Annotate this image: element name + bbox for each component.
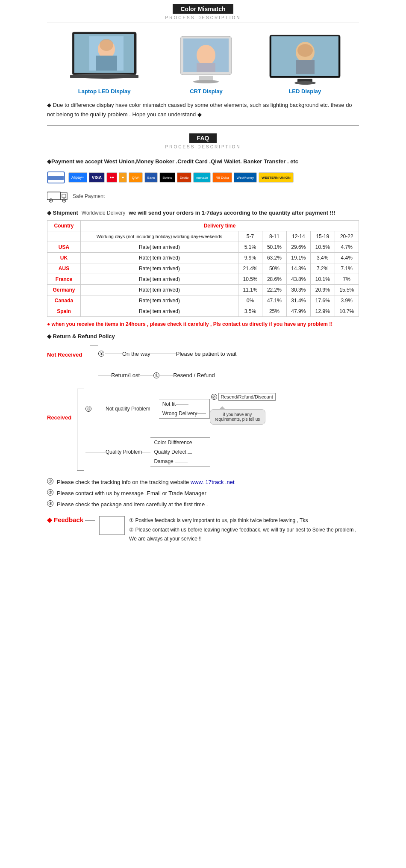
rate-label-cell: Rate(item arrived)	[81, 263, 238, 274]
not-quality-row: ③ Not quality Problem Not fit	[85, 393, 276, 425]
circle-3: ③	[85, 406, 91, 412]
sub-header-15-19: 15-19	[311, 231, 335, 242]
feedback-line-1: ① Positive feedback is very important to…	[129, 516, 359, 526]
qp-bracket-bot: Damage	[150, 457, 210, 466]
rate-v4-cell: 10.1%	[311, 274, 335, 285]
color-note-text: ◆ Due to difference display have color m…	[47, 100, 359, 119]
svg-point-13	[193, 80, 219, 83]
note-item-1: ① Please check the tracking info on the …	[47, 477, 359, 488]
qiwi-icon: QIWI	[129, 172, 142, 183]
country-cell: USA	[47, 242, 81, 253]
hline-wd	[197, 413, 206, 414]
rate-v5-cell: 7%	[335, 274, 359, 285]
doku-icon: R8 Doku	[212, 172, 232, 183]
rate-v1-cell: 10.5%	[238, 274, 262, 285]
westernunion-icon: WESTERN UNION	[259, 172, 294, 183]
received-branches: ③ Not quality Problem Not fit	[85, 389, 276, 471]
flow-row-2: Return/Lost ② Resend / Refund	[90, 363, 359, 378]
rate-v3-cell: 29.6%	[286, 242, 310, 253]
note-2-text: Please contact with us by message .Email…	[57, 488, 206, 499]
svg-point-20	[294, 81, 316, 85]
svg-rect-7	[70, 75, 138, 78]
rate-v1-cell: 5.1%	[238, 242, 262, 253]
table-row: Spain Rate(item arrived) 3.5% 25% 47.9% …	[47, 306, 359, 317]
resend-row: ② Resend/Refund/Discount	[210, 393, 276, 401]
table-row: UK Rate(item arrived) 9.9% 63.2% 19.1% 3…	[47, 253, 359, 263]
safe-payment-row: Safe Payment	[47, 189, 359, 204]
note-item-3: ③ Please check the package and item care…	[47, 499, 359, 510]
rate-v3-cell: 14.3%	[286, 263, 310, 274]
not-received-section: Not Received ① On the way Please be pati…	[47, 344, 359, 380]
payment-section: ◆Payment we accept West Union,Money Book…	[47, 158, 359, 204]
quality-row: Quality Problem Color Diifference Qualit…	[85, 437, 276, 466]
col-delivery: Delivery time	[81, 221, 359, 231]
rate-v3-cell: 30.3%	[286, 285, 310, 295]
led-image	[268, 34, 342, 86]
svg-rect-21	[47, 192, 61, 200]
tooltip-arrow	[219, 406, 226, 410]
svg-point-5	[100, 39, 113, 51]
shipment-section: ◆ Shipment Worldwide Delivery we will se…	[47, 210, 359, 216]
tracking-link[interactable]: www. 17track .net	[189, 479, 234, 485]
shipment-note: we will send your orders in 1-7days acco…	[129, 210, 335, 216]
return-lost-text: Return/Lost	[111, 372, 140, 378]
sub-header-days: Working days (not including holiday) wor…	[81, 231, 238, 242]
patient-text: Please be patient to wait	[176, 351, 237, 357]
header-sub: PROCESS DESCRIPTION	[47, 15, 359, 20]
hline-nq-2	[150, 409, 159, 409]
circle-2b: ②	[211, 394, 217, 400]
received-flow: ③ Not quality Problem Not fit	[77, 389, 359, 471]
wrong-delivery-row: Wrong Delivery	[162, 410, 206, 416]
rate-v3-cell: 19.1%	[286, 253, 310, 263]
table-row: Canada Rate(item arrived) 0% 47.1% 31.4%…	[47, 295, 359, 306]
qp-bracket-mid: Quality Defect	[150, 447, 210, 457]
delivery-table: Country Delivery time Working days (not …	[47, 220, 359, 317]
country-cell: UK	[47, 253, 81, 263]
rate-v3-cell: 47.9%	[286, 306, 310, 317]
faq-badge: FAQ	[189, 133, 217, 143]
led-label: LED Display	[268, 88, 342, 94]
svg-rect-23	[62, 194, 66, 198]
payment-icons-list: Alipay+ VISA ●● ● QIWI Банк Boleto Débit…	[68, 172, 294, 183]
table-row: Germany Rate(item arrived) 11.1% 22.2% 3…	[47, 285, 359, 295]
received-label-col: Received	[47, 389, 77, 421]
svg-point-10	[197, 45, 215, 65]
flow-on-way-row: ① On the way Please be patient to wait	[98, 351, 236, 357]
sub-header-20-22: 20-22	[335, 231, 359, 242]
rate-v2-cell: 28.6%	[262, 274, 286, 285]
rate-v2-cell: 63.2%	[262, 253, 286, 263]
wrong-delivery-text: Wrong Delivery	[162, 410, 197, 416]
received-label: Received	[47, 414, 71, 421]
alert-text: ● when you receive the items in 24hours …	[47, 321, 359, 327]
quality-problem-text: Quality Problem	[106, 449, 142, 455]
rate-v5-cell: 15.5%	[335, 285, 359, 295]
display-crt: CRT Display	[178, 34, 234, 94]
table-empty-cell	[47, 231, 81, 242]
flow-content-1: ① On the way Please be patient to wait	[98, 351, 236, 357]
flow-row-1: ① On the way Please be patient to wait	[90, 345, 359, 362]
rate-v4-cell: 10.5%	[311, 242, 335, 253]
rate-label-cell: Rate(item arrived)	[81, 253, 238, 263]
bank-icon: Банк	[144, 172, 158, 183]
shipment-title: ◆ Shipment Worldwide Delivery we will se…	[47, 210, 359, 216]
note-circle-2: ②	[47, 489, 53, 496]
note-3-text: Please check the package and item carefu…	[57, 499, 208, 510]
rate-v4-cell: 7.2%	[311, 263, 335, 274]
debito-icon: Débito	[177, 172, 191, 183]
hline-1b	[150, 354, 176, 354]
notes-section: ① Please check the tracking info on the …	[47, 477, 359, 510]
webmoney-icon: WebMoney	[234, 172, 257, 183]
rate-v2-cell: 47.1%	[262, 295, 286, 306]
credit-card-icon	[47, 171, 65, 183]
rate-v5-cell: 4.4%	[335, 253, 359, 263]
hline-nq-1	[93, 409, 106, 409]
table-row: AUS Rate(item arrived) 21.4% 50% 14.3% 7…	[47, 263, 359, 274]
display-section: Laptop LED Display CRT Display	[47, 30, 359, 94]
country-cell: Germany	[47, 285, 81, 295]
section-header: Color Mismatch	[47, 4, 359, 14]
tooltip-text: if you have any requirements, pls tell u…	[215, 412, 260, 422]
resend-refund-text: Resend / Refund	[173, 372, 215, 378]
rate-v1-cell: 9.9%	[238, 253, 262, 263]
mastercard1-icon: ●●	[106, 172, 117, 183]
sub-header-5-7: 5-7	[238, 231, 262, 242]
